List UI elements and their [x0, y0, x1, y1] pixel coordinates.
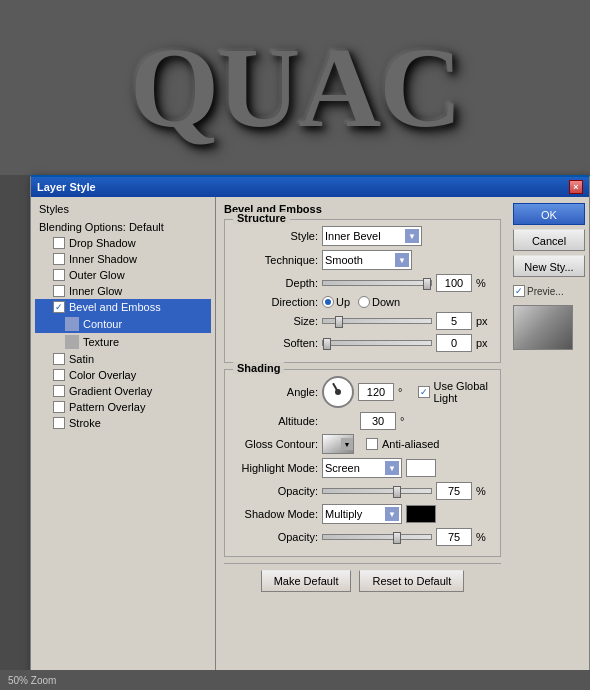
- shadow-mode-arrow: ▼: [385, 507, 399, 521]
- bottom-bar: Make Default Reset to Default: [224, 563, 501, 598]
- anti-aliased-checkbox[interactable]: [366, 438, 378, 450]
- sidebar-item-texture[interactable]: Texture: [35, 333, 211, 351]
- direction-up-option[interactable]: Up: [322, 296, 350, 308]
- highlight-opacity-slider[interactable]: [322, 488, 432, 494]
- pattern-overlay-label: Pattern Overlay: [69, 401, 145, 413]
- color-overlay-checkbox[interactable]: [53, 369, 65, 381]
- satin-checkbox[interactable]: [53, 353, 65, 365]
- shadow-opacity-slider[interactable]: [322, 534, 432, 540]
- satin-label: Satin: [69, 353, 94, 365]
- right-panel: OK Cancel New Sty... Previe...: [509, 197, 589, 687]
- technique-value: Smooth: [325, 254, 363, 266]
- contour-icon: [65, 317, 79, 331]
- drop-shadow-checkbox[interactable]: [53, 237, 65, 249]
- pattern-overlay-checkbox[interactable]: [53, 401, 65, 413]
- layer-style-dialog: Layer Style × Styles Blending Options: D…: [30, 175, 590, 688]
- size-input[interactable]: [436, 312, 472, 330]
- sidebar-item-stroke[interactable]: Stroke: [35, 415, 211, 431]
- stroke-label: Stroke: [69, 417, 101, 429]
- new-style-button[interactable]: New Sty...: [513, 255, 585, 277]
- shadow-opacity-thumb[interactable]: [393, 532, 401, 544]
- stroke-checkbox[interactable]: [53, 417, 65, 429]
- sidebar-item-contour[interactable]: Contour: [35, 315, 211, 333]
- shadow-mode-select[interactable]: Multiply ▼: [322, 504, 402, 524]
- altitude-input[interactable]: [360, 412, 396, 430]
- style-row: Style: Inner Bevel ▼: [233, 226, 492, 246]
- gloss-contour-preview[interactable]: ▼: [322, 434, 354, 454]
- make-default-button[interactable]: Make Default: [261, 570, 352, 592]
- direction-label: Direction:: [233, 296, 318, 308]
- size-slider[interactable]: [322, 318, 432, 324]
- sidebar-item-satin[interactable]: Satin: [35, 351, 211, 367]
- cancel-button[interactable]: Cancel: [513, 229, 585, 251]
- style-select[interactable]: Inner Bevel ▼: [322, 226, 422, 246]
- preview-checkbox[interactable]: [513, 285, 525, 297]
- use-global-light-label: Use Global Light: [434, 380, 493, 404]
- technique-select[interactable]: Smooth ▼: [322, 250, 412, 270]
- preview-box: [513, 305, 573, 350]
- depth-slider-thumb[interactable]: [423, 278, 431, 290]
- outer-glow-checkbox[interactable]: [53, 269, 65, 281]
- inner-shadow-label: Inner Shadow: [69, 253, 137, 265]
- reset-to-default-button[interactable]: Reset to Default: [359, 570, 464, 592]
- direction-up-radio[interactable]: [322, 296, 334, 308]
- sidebar-item-pattern-overlay[interactable]: Pattern Overlay: [35, 399, 211, 415]
- soften-input[interactable]: [436, 334, 472, 352]
- direction-up-label: Up: [336, 296, 350, 308]
- texture-icon: [65, 335, 79, 349]
- depth-input[interactable]: [436, 274, 472, 292]
- technique-dropdown-arrow: ▼: [395, 253, 409, 267]
- soften-unit: px: [476, 337, 492, 349]
- highlight-opacity-input[interactable]: [436, 482, 472, 500]
- highlight-color-swatch[interactable]: [406, 459, 436, 477]
- main-content: Bevel and Emboss Structure Style: Inner …: [216, 197, 509, 687]
- styles-header: Styles: [35, 201, 211, 217]
- size-slider-thumb[interactable]: [335, 316, 343, 328]
- highlight-mode-select[interactable]: Screen ▼: [322, 458, 402, 478]
- blending-options-label: Blending Options: Default: [39, 221, 164, 233]
- highlight-opacity-unit: %: [476, 485, 492, 497]
- bevel-emboss-checkbox[interactable]: [53, 301, 65, 313]
- size-row: Size: px: [233, 312, 492, 330]
- close-button[interactable]: ×: [569, 180, 583, 194]
- depth-unit: %: [476, 277, 492, 289]
- angle-dot: [335, 389, 341, 395]
- soften-slider-thumb[interactable]: [323, 338, 331, 350]
- preview-label: Previe...: [527, 286, 564, 297]
- sidebar-item-bevel-emboss[interactable]: Bevel and Emboss: [35, 299, 211, 315]
- sidebar-item-drop-shadow[interactable]: Drop Shadow: [35, 235, 211, 251]
- sidebar-item-inner-glow[interactable]: Inner Glow: [35, 283, 211, 299]
- sidebar-item-inner-shadow[interactable]: Inner Shadow: [35, 251, 211, 267]
- highlight-mode-row: Highlight Mode: Screen ▼: [233, 458, 492, 478]
- shadow-opacity-unit: %: [476, 531, 492, 543]
- highlight-opacity-label: Opacity:: [233, 485, 318, 497]
- depth-control-group: %: [322, 274, 492, 292]
- inner-glow-checkbox[interactable]: [53, 285, 65, 297]
- gloss-contour-arrow[interactable]: ▼: [341, 438, 353, 450]
- direction-down-radio[interactable]: [358, 296, 370, 308]
- sidebar-item-gradient-overlay[interactable]: Gradient Overlay: [35, 383, 211, 399]
- gradient-overlay-checkbox[interactable]: [53, 385, 65, 397]
- gloss-contour-row: Gloss Contour: ▼ Anti-aliased: [233, 434, 492, 454]
- angle-dial[interactable]: [322, 376, 354, 408]
- ok-button[interactable]: OK: [513, 203, 585, 225]
- sidebar-item-blending-options[interactable]: Blending Options: Default: [35, 219, 211, 235]
- structure-title: Structure: [233, 212, 290, 224]
- depth-slider[interactable]: [322, 280, 432, 286]
- soften-slider[interactable]: [322, 340, 432, 346]
- shadow-opacity-input[interactable]: [436, 528, 472, 546]
- inner-shadow-checkbox[interactable]: [53, 253, 65, 265]
- sidebar-item-color-overlay[interactable]: Color Overlay: [35, 367, 211, 383]
- use-global-light-checkbox[interactable]: [418, 386, 430, 398]
- angle-unit: °: [398, 386, 410, 398]
- direction-down-label: Down: [372, 296, 400, 308]
- gloss-contour-label: Gloss Contour:: [233, 438, 318, 450]
- shadow-color-swatch[interactable]: [406, 505, 436, 523]
- angle-input[interactable]: [358, 383, 394, 401]
- sidebar-item-outer-glow[interactable]: Outer Glow: [35, 267, 211, 283]
- direction-down-option[interactable]: Down: [358, 296, 400, 308]
- highlight-mode-label: Highlight Mode:: [233, 462, 318, 474]
- highlight-opacity-thumb[interactable]: [393, 486, 401, 498]
- shadow-mode-label: Shadow Mode:: [233, 508, 318, 520]
- highlight-mode-control-group: Screen ▼: [322, 458, 492, 478]
